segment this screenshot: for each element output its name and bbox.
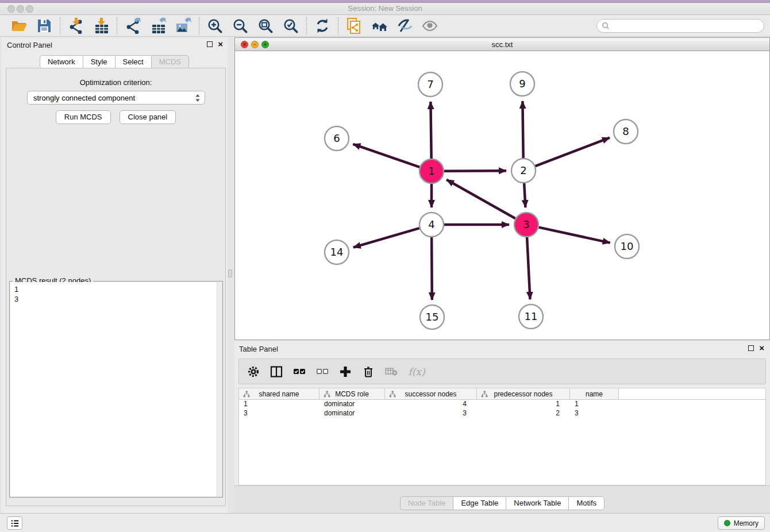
edge-3-10[interactable] <box>538 228 610 243</box>
zoom-out-button[interactable] <box>231 17 249 35</box>
node-14[interactable]: 14 <box>325 240 349 264</box>
zoom-in-button[interactable] <box>206 17 224 35</box>
zoom-out-icon <box>232 18 248 34</box>
column-header-name[interactable]: name <box>570 388 619 399</box>
edge-3-1[interactable] <box>446 180 515 218</box>
table-cell[interactable]: 1 <box>570 400 619 409</box>
node-label: 7 <box>427 78 433 90</box>
node-9[interactable]: 9 <box>510 72 534 96</box>
function-builder-button[interactable]: f(x) <box>407 364 426 379</box>
result-scrollbar[interactable] <box>217 282 222 496</box>
column-header-successor-nodes[interactable]: successor nodes <box>385 388 477 399</box>
float-panel-icon[interactable] <box>207 41 213 47</box>
node-11[interactable]: 11 <box>519 304 543 329</box>
control-panel-tabs: NetworkStyleSelectMCDS <box>1 55 228 69</box>
table-cell[interactable]: 1 <box>239 400 319 409</box>
node-2[interactable]: 2 <box>511 159 536 183</box>
node-10[interactable]: 10 <box>615 234 639 259</box>
close-panel-button[interactable]: Close panel <box>120 110 176 124</box>
edge-2-9[interactable] <box>522 101 523 158</box>
tab-style[interactable]: Style <box>83 55 116 69</box>
table-cell[interactable]: dominator <box>319 409 385 418</box>
export-table-button[interactable] <box>149 17 167 35</box>
edge-4-14[interactable] <box>353 228 419 247</box>
first-neighbors-button[interactable] <box>370 17 388 35</box>
close-table-panel-icon[interactable]: × <box>759 345 764 352</box>
table-cell[interactable]: dominator <box>319 400 385 409</box>
list-icon <box>10 519 20 528</box>
network-window-titlebar[interactable]: × − + scc.txt <box>235 38 769 51</box>
delete-table-button[interactable] <box>384 364 399 379</box>
node-6[interactable]: 6 <box>325 126 349 151</box>
main-toolbar <box>0 15 770 37</box>
zoom-selected-button[interactable] <box>282 17 300 35</box>
apply-layout-button[interactable] <box>313 17 332 35</box>
memory-button[interactable]: Memory <box>718 516 765 530</box>
edge-2-8[interactable] <box>536 138 610 166</box>
show-columns-icon <box>293 365 306 378</box>
vertical-splitter-handle[interactable] <box>228 269 232 277</box>
show-all-button[interactable] <box>421 17 439 35</box>
table-cell[interactable]: 4 <box>385 400 477 409</box>
search-box[interactable] <box>596 19 764 33</box>
show-columns-button[interactable] <box>292 364 307 379</box>
open-file-button[interactable] <box>10 17 28 35</box>
column-header-predecessor-nodes[interactable]: predecessor nodes <box>477 388 570 399</box>
tab-network[interactable]: Network <box>40 55 83 69</box>
edge-1-2[interactable] <box>444 171 506 171</box>
export-image-button[interactable] <box>174 17 192 35</box>
node-1[interactable]: 1 <box>419 159 444 183</box>
column-layout-button[interactable] <box>269 364 284 379</box>
network-canvas[interactable]: 1234678910111415 <box>235 51 769 340</box>
edge-1-7[interactable] <box>430 102 431 159</box>
node-15[interactable]: 15 <box>420 305 444 329</box>
run-mcds-button[interactable]: Run MCDS <box>56 110 111 124</box>
node-3[interactable]: 3 <box>514 213 538 237</box>
edge-3-11[interactable] <box>527 237 530 299</box>
save-session-button[interactable] <box>35 17 53 35</box>
float-table-panel-icon[interactable] <box>748 345 754 351</box>
import-network-button[interactable] <box>67 17 85 35</box>
hide-columns-button[interactable] <box>315 364 330 379</box>
column-header-shared-name[interactable]: shared name <box>239 388 319 399</box>
table-cell[interactable]: 1 <box>477 400 570 409</box>
tab-mcds[interactable]: MCDS <box>151 55 189 69</box>
table-row[interactable]: 3dominator323 <box>239 409 765 418</box>
criterion-dropdown[interactable]: strongly connected component <box>27 91 205 105</box>
delete-columns-button[interactable] <box>361 364 376 379</box>
import-table-button[interactable] <box>92 17 110 35</box>
table-cell[interactable]: 2 <box>477 409 570 418</box>
node-7[interactable]: 7 <box>418 72 442 97</box>
table-cell[interactable]: 3 <box>239 409 319 418</box>
tab-network-table[interactable]: Network Table <box>506 496 569 510</box>
close-panel-icon[interactable]: × <box>218 41 223 48</box>
edge-4-15[interactable] <box>432 237 432 300</box>
show-all-icon <box>422 18 438 34</box>
export-network-button[interactable] <box>124 17 142 35</box>
zoom-fit-button[interactable] <box>256 17 275 35</box>
export-table-icon <box>150 18 166 34</box>
node-8[interactable]: 8 <box>614 119 638 144</box>
task-history-button[interactable] <box>7 516 22 530</box>
table-cell[interactable]: 3 <box>570 409 619 418</box>
node-label: 14 <box>330 246 344 258</box>
edge-1-6[interactable] <box>353 144 419 167</box>
tab-motifs[interactable]: Motifs <box>568 496 605 510</box>
app-title: Session: New Session <box>0 4 770 13</box>
table-cell[interactable]: 3 <box>385 409 477 418</box>
new-network-from-selection-button[interactable] <box>345 17 363 35</box>
search-input[interactable] <box>610 20 764 32</box>
mcds-tab-content: Optimization criterion: strongly connect… <box>6 68 226 506</box>
tab-select[interactable]: Select <box>115 55 152 69</box>
table-row[interactable]: 1dominator411 <box>239 400 765 409</box>
edge-2-3[interactable] <box>524 183 525 207</box>
settings-gear-button[interactable] <box>246 364 261 379</box>
delete-table-icon <box>385 365 398 378</box>
mcds-result-list[interactable]: 13 <box>10 282 217 496</box>
hide-selected-button[interactable] <box>395 17 414 35</box>
add-column-button[interactable] <box>338 364 353 379</box>
tab-edge-table[interactable]: Edge Table <box>453 496 506 510</box>
node-4[interactable]: 4 <box>419 213 444 237</box>
column-header-MCDS-role[interactable]: MCDS role <box>319 388 385 399</box>
tab-node-table[interactable]: Node Table <box>400 496 454 510</box>
